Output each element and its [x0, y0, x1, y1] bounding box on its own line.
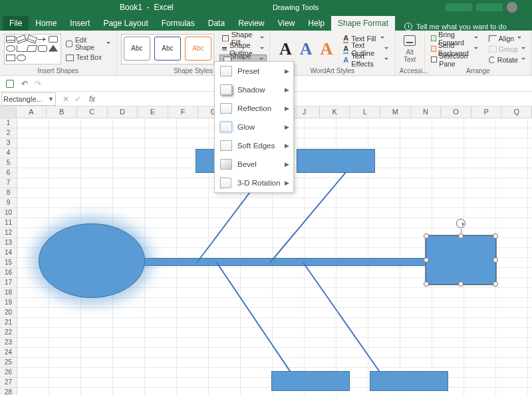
row-header[interactable]: 6 [0, 168, 17, 178]
row-header[interactable]: 20 [0, 308, 17, 318]
row-header[interactable]: 26 [0, 368, 17, 378]
effects-shadow-item[interactable]: Shadow▶ [215, 80, 293, 99]
column-header[interactable]: K [320, 106, 350, 118]
row-header[interactable]: 15 [0, 258, 17, 268]
row-header[interactable]: 5 [0, 158, 17, 168]
row-header[interactable]: 23 [0, 338, 17, 348]
wordart-preset-1[interactable]: A [279, 39, 292, 59]
resize-handle[interactable] [424, 281, 429, 287]
fishbone-tail-rect-selected[interactable] [426, 235, 496, 285]
tab-formulas[interactable]: Formulas [155, 16, 201, 31]
tab-file[interactable]: File [3, 16, 29, 31]
save-icon[interactable] [5, 79, 15, 88]
row-header[interactable]: 9 [0, 198, 17, 208]
style-preset-1[interactable]: Abc [124, 37, 150, 61]
row-header[interactable]: 4 [0, 148, 17, 158]
resize-handle[interactable] [424, 257, 429, 263]
fishbone-category-rect[interactable] [370, 371, 448, 391]
column-header[interactable]: A [17, 106, 47, 118]
select-all-corner[interactable] [0, 106, 17, 118]
formula-input[interactable] [95, 92, 532, 106]
row-header[interactable]: 17 [0, 278, 17, 288]
row-header[interactable]: 3 [0, 138, 17, 148]
column-header[interactable]: P [471, 106, 502, 118]
fishbone-rib-line[interactable] [303, 262, 388, 382]
rotate-button[interactable]: Rotate [487, 55, 527, 65]
effects-bevel-item[interactable]: Bevel▶ [215, 155, 293, 174]
effects-glow-item[interactable]: Glow▶ [215, 118, 293, 136]
resize-handle[interactable] [493, 281, 498, 287]
shape-styles-gallery[interactable]: Abc Abc Abc [121, 34, 214, 65]
wordart-preset-3[interactable]: A [320, 39, 332, 59]
row-header[interactable]: 19 [0, 298, 17, 308]
row-header[interactable]: 21 [0, 318, 17, 328]
column-header[interactable]: Q [501, 106, 532, 118]
tab-home[interactable]: Home [29, 16, 63, 31]
resize-handle[interactable] [493, 257, 498, 263]
row-header[interactable]: 25 [0, 358, 17, 368]
column-header[interactable]: B [47, 106, 77, 118]
fishbone-category-rect[interactable] [271, 371, 350, 391]
resize-handle[interactable] [458, 281, 464, 287]
enter-icon[interactable]: ✓ [74, 94, 81, 104]
avatar-icon[interactable] [507, 2, 517, 13]
tab-help[interactable]: Help [301, 16, 331, 31]
wordart-gallery[interactable]: A A A [274, 37, 338, 62]
tab-page-layout[interactable]: Page Layout [96, 16, 154, 31]
shapes-gallery[interactable] [4, 34, 61, 65]
row-header[interactable]: 28 [0, 388, 17, 395]
resize-handle[interactable] [493, 233, 498, 239]
row-header[interactable]: 13 [0, 238, 17, 248]
row-header[interactable]: 14 [0, 248, 17, 258]
effects-softedges-item[interactable]: Soft Edges▶ [215, 136, 293, 155]
row-header[interactable]: 8 [0, 188, 17, 198]
fishbone-rib-line[interactable] [216, 262, 295, 378]
row-header[interactable]: 7 [0, 178, 17, 188]
row-header[interactable]: 22 [0, 328, 17, 338]
effects-3drotation-item[interactable]: 3-D Rotation▶ [215, 174, 293, 192]
text-box-button[interactable]: Text Box [64, 53, 112, 62]
effects-preset-item[interactable]: Preset▶ [215, 62, 293, 80]
tab-insert[interactable]: Insert [63, 16, 96, 31]
row-header[interactable]: 12 [0, 228, 17, 238]
column-header[interactable]: D [108, 106, 138, 118]
selection-pane-button[interactable]: Selection Pane [429, 55, 480, 65]
rotate-handle-icon[interactable] [456, 219, 466, 228]
fishbone-spine-shape[interactable] [144, 258, 426, 266]
column-header[interactable]: F [168, 106, 199, 118]
fx-icon[interactable]: fx [88, 94, 95, 104]
effects-reflection-item[interactable]: Reflection▶ [215, 99, 293, 118]
tab-view[interactable]: View [271, 16, 302, 31]
row-header[interactable]: 10 [0, 208, 17, 218]
undo-icon[interactable]: ↶ [21, 79, 28, 88]
style-preset-3[interactable]: Abc [185, 37, 211, 61]
wordart-preset-2[interactable]: A [300, 39, 313, 59]
column-header[interactable]: L [350, 106, 380, 118]
style-preset-2[interactable]: Abc [154, 37, 181, 61]
tab-shape-format[interactable]: Shape Format [331, 16, 395, 31]
row-header[interactable]: 24 [0, 348, 17, 358]
column-header[interactable]: O [441, 106, 471, 118]
fishbone-category-rect[interactable] [297, 149, 375, 173]
resize-handle[interactable] [458, 233, 464, 239]
row-header[interactable]: 2 [0, 128, 17, 138]
resize-handle[interactable] [424, 233, 429, 239]
row-header[interactable]: 1 [0, 118, 17, 128]
column-header[interactable]: J [289, 106, 320, 118]
text-effects-button[interactable]: AText Effects [340, 55, 390, 65]
edit-shape-button[interactable]: Edit Shape [64, 36, 112, 52]
tab-data[interactable]: Data [201, 16, 231, 31]
column-header[interactable]: E [138, 106, 168, 118]
column-header[interactable]: M [380, 106, 411, 118]
row-header[interactable]: 16 [0, 268, 17, 278]
align-button[interactable]: Align [487, 33, 527, 44]
alt-text-button[interactable]: Alt Text [404, 49, 416, 63]
column-header[interactable]: N [411, 106, 442, 118]
tab-review[interactable]: Review [231, 16, 271, 31]
name-box[interactable]: Rectangle...▼ [1, 92, 56, 106]
fishbone-head-ellipse[interactable] [39, 223, 145, 298]
redo-icon[interactable]: ↷ [35, 79, 41, 88]
row-header[interactable]: 11 [0, 218, 17, 228]
row-header[interactable]: 27 [0, 378, 17, 388]
tell-me[interactable]: Tell me what you want to do [395, 23, 507, 31]
